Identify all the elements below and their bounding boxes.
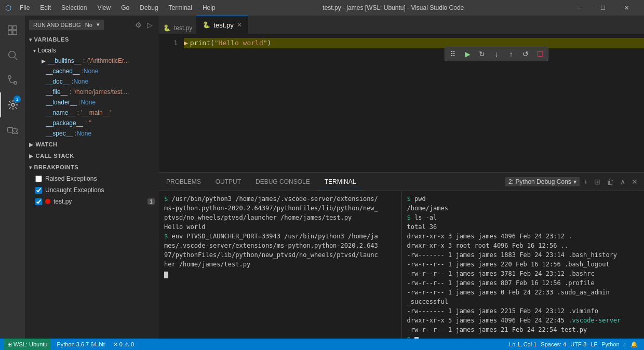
var-row-cached[interactable]: __cached__ : None bbox=[29, 66, 159, 76]
var-row-package[interactable]: __package__ : '' bbox=[29, 118, 159, 128]
restart-button[interactable]: ↺ bbox=[519, 48, 532, 60]
var-name-name: __name__ bbox=[46, 109, 75, 116]
term-r-line-14: drwxr-xr-x 5 james james 4096 Feb 24 22:… bbox=[407, 316, 639, 325]
svg-point-6 bbox=[8, 76, 11, 79]
menu-selection[interactable]: Selection bbox=[57, 3, 91, 12]
continue-button[interactable]: ▶ bbox=[461, 48, 474, 60]
spaces-label: Spaces: 4 bbox=[541, 341, 566, 347]
warning-count: 0 bbox=[131, 341, 134, 347]
var-row-doc[interactable]: __doc__ : None bbox=[29, 76, 159, 87]
term-r-line-13: -rw------- 1 james james 2215 Feb 24 23:… bbox=[407, 306, 639, 316]
menu-file[interactable]: File bbox=[16, 3, 34, 12]
encoding-item[interactable]: UTF-8 bbox=[568, 341, 588, 348]
terminal-selector[interactable]: 2: Python Debug Cons ▾ bbox=[505, 177, 580, 186]
menu-debug[interactable]: Debug bbox=[136, 3, 162, 12]
menu-go[interactable]: Go bbox=[117, 3, 133, 12]
close-button[interactable]: ✕ bbox=[615, 0, 639, 16]
sidebar-item-source-control[interactable] bbox=[0, 68, 25, 92]
code-content[interactable]: ▶ print ( "Hello world" ) bbox=[180, 34, 644, 172]
line-numbers: 1 bbox=[159, 34, 180, 172]
stop-button[interactable]: ☐ bbox=[533, 48, 547, 60]
config-dropdown[interactable]: No bbox=[83, 21, 95, 29]
raised-exceptions-checkbox[interactable] bbox=[35, 176, 42, 182]
start-debug-icon[interactable]: ▷ bbox=[145, 20, 155, 30]
terminal-left-pane[interactable]: $ /usr/bin/python3 /home/james/.vscode-s… bbox=[159, 191, 402, 339]
sidebar-action-icons: ⚙ ▷ bbox=[133, 20, 155, 30]
add-terminal-button[interactable]: + bbox=[582, 177, 590, 187]
term-r-line-15: -rw-r--r-- 1 james james 21 Feb 24 22:54… bbox=[407, 325, 639, 334]
tab-output[interactable]: OUTPUT bbox=[208, 173, 248, 191]
errors-item[interactable]: ✕ 0 ⚠ 0 bbox=[111, 341, 136, 348]
testpy-breakpoint-checkbox[interactable] bbox=[35, 198, 42, 205]
tab-bar: 🐍 test.py 🐍 test.py ✕ bbox=[159, 16, 644, 34]
tab-close-icon[interactable]: ✕ bbox=[237, 21, 242, 29]
run-debug-button[interactable]: RUN AND DEBUG No ▾ bbox=[29, 20, 104, 30]
menu-view[interactable]: View bbox=[93, 3, 115, 12]
sync-item[interactable]: ↕ bbox=[622, 341, 629, 348]
position-item[interactable]: Ln 1, Col 1 bbox=[507, 341, 539, 348]
close-panel-button[interactable]: ✕ bbox=[629, 177, 640, 187]
var-row-builtins[interactable]: ▶ __builtins__ : {'ArithmeticEr... bbox=[29, 56, 159, 66]
run-debug-label: RUN AND DEBUG bbox=[33, 22, 81, 28]
locals-label: Locals bbox=[38, 47, 56, 54]
variables-section-header[interactable]: ▾ VARIABLES bbox=[25, 34, 159, 45]
callstack-section-header[interactable]: ▶ CALL STACK bbox=[25, 150, 159, 161]
editor-tab-testpy[interactable]: 🐍 test.py ✕ bbox=[196, 16, 248, 34]
term-r-line-3: $ ls -al bbox=[407, 213, 639, 222]
panel-right-controls: 2: Python Debug Cons ▾ + ⊞ 🗑 ∧ ✕ bbox=[505, 177, 644, 187]
term-cursor-line bbox=[164, 269, 396, 278]
menu-help[interactable]: Help bbox=[198, 3, 220, 12]
bell-item[interactable]: 🔔 bbox=[628, 341, 640, 348]
menu-edit[interactable]: Edit bbox=[36, 3, 55, 12]
language-item[interactable]: Python bbox=[599, 341, 621, 348]
spaces-item[interactable]: Spaces: 4 bbox=[539, 341, 568, 348]
tab-terminal[interactable]: TERMINAL bbox=[317, 173, 364, 191]
settings-icon[interactable]: ⚙ bbox=[133, 20, 144, 30]
split-terminal-button[interactable]: ⊞ bbox=[592, 177, 602, 187]
tab-label: test.py bbox=[213, 21, 233, 29]
menu-terminal[interactable]: Terminal bbox=[165, 3, 196, 12]
code-string: "Hello world" bbox=[214, 38, 267, 48]
svg-rect-2 bbox=[8, 31, 12, 34]
var-row-loader[interactable]: __loader__ : None bbox=[29, 97, 159, 107]
breakpoint-file: test.py 1 bbox=[25, 196, 159, 207]
maximize-panel-button[interactable]: ∧ bbox=[618, 177, 627, 187]
sidebar-item-explorer[interactable] bbox=[0, 18, 25, 43]
svg-point-8 bbox=[11, 103, 15, 106]
python-version-item[interactable]: Python 3.6.7 64-bit bbox=[55, 341, 106, 347]
tab-debug-console[interactable]: DEBUG CONSOLE bbox=[248, 173, 317, 191]
titlebar: ⬡ File Edit Selection View Go Debug Term… bbox=[0, 0, 644, 16]
var-value-builtins: : bbox=[83, 57, 85, 64]
breakpoints-section-header[interactable]: ▾ BREAKPOINTS bbox=[25, 161, 159, 173]
term-r-line-5: drwxr-xr-x 3 james james 4096 Feb 24 23:… bbox=[407, 232, 639, 241]
maximize-button[interactable]: ☐ bbox=[591, 0, 615, 16]
step-into-button[interactable]: ↓ bbox=[490, 48, 503, 60]
step-out-button[interactable]: ↑ bbox=[504, 48, 518, 60]
sidebar-item-debug[interactable]: 1 bbox=[0, 92, 25, 117]
line-ending-item[interactable]: LF bbox=[588, 341, 599, 348]
var-row-file[interactable]: __file__ : '/home/james/test.... bbox=[29, 87, 159, 97]
delete-terminal-button[interactable]: 🗑 bbox=[605, 177, 616, 187]
status-bar: ⊞ WSL: Ubuntu Python 3.6.7 64-bit ✕ 0 ⚠ … bbox=[0, 339, 644, 350]
breadcrumb-label: test.py bbox=[174, 24, 192, 32]
locals-header[interactable]: ▾ Locals bbox=[29, 45, 159, 56]
minimize-button[interactable]: ─ bbox=[567, 0, 591, 16]
sidebar-item-extensions[interactable] bbox=[0, 117, 25, 142]
uncaught-exceptions-checkbox[interactable] bbox=[35, 187, 42, 194]
watch-section-header[interactable]: ▶ WATCH bbox=[25, 139, 159, 150]
breakpoint-uncaught: Uncaught Exceptions bbox=[25, 184, 159, 196]
term-line-7: 97/pythonFiles/lib/python/new_ptvsd/no_w… bbox=[164, 250, 396, 260]
tab-problems[interactable]: PROBLEMS bbox=[159, 173, 208, 191]
locals-chevron: ▾ bbox=[33, 48, 36, 53]
var-row-spec[interactable]: __spec__ : None bbox=[29, 128, 159, 139]
step-over-button[interactable]: ↻ bbox=[475, 48, 489, 60]
drag-handle-icon[interactable]: ⠿ bbox=[446, 48, 460, 60]
status-bar-right: Ln 1, Col 1 Spaces: 4 UTF-8 LF Python ↕ … bbox=[507, 341, 640, 348]
term-r-line-9: -rw-r--r-- 1 james james 3781 Feb 24 23:… bbox=[407, 269, 639, 278]
var-row-name[interactable]: __name__ : '__main__' bbox=[29, 107, 159, 118]
wsl-badge[interactable]: ⊞ WSL: Ubuntu bbox=[4, 339, 50, 350]
var-val-package: '' bbox=[89, 119, 91, 127]
sidebar-item-search[interactable] bbox=[0, 43, 25, 68]
term-line-6: mes/.vscode-server/extensions/ms-python.… bbox=[164, 241, 396, 250]
terminal-right-pane[interactable]: $ pwd /home/james $ ls -al total 36 drwx… bbox=[402, 191, 645, 339]
